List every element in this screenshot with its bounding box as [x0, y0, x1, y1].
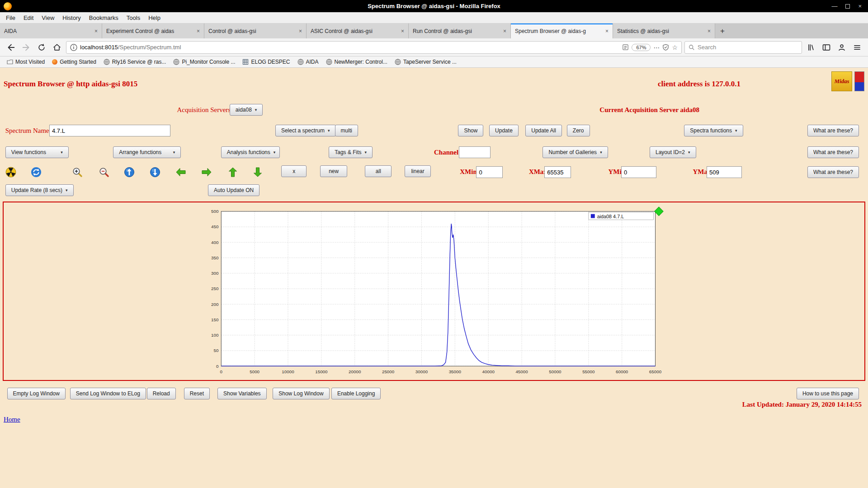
- reset-button[interactable]: Reset: [184, 388, 210, 399]
- view-functions-dropdown[interactable]: View functions ▾: [5, 146, 69, 158]
- compress-y-icon[interactable]: [149, 166, 160, 178]
- reload-button[interactable]: Reload: [147, 388, 176, 399]
- sidebar-toggle-icon[interactable]: [820, 41, 833, 54]
- tab-close-icon[interactable]: ×: [197, 28, 200, 34]
- menu-hamburger-icon[interactable]: [851, 41, 863, 54]
- tab-close-icon[interactable]: ×: [401, 28, 404, 34]
- menu-history[interactable]: History: [58, 13, 85, 23]
- what-are-these-button[interactable]: What are these?: [807, 166, 859, 178]
- pan-right-icon[interactable]: [201, 166, 212, 178]
- pan-left-icon[interactable]: [175, 166, 187, 178]
- empty-log-window-button[interactable]: Empty Log Window: [7, 388, 66, 399]
- tab-close-icon[interactable]: ×: [94, 28, 98, 34]
- xmin-input[interactable]: [476, 166, 503, 178]
- menu-file[interactable]: File: [2, 13, 19, 23]
- bookmark-star-icon[interactable]: ☆: [672, 44, 678, 51]
- svg-text:15000: 15000: [315, 369, 328, 374]
- menu-tools[interactable]: Tools: [123, 13, 144, 23]
- show-button[interactable]: Show: [458, 125, 483, 136]
- update-button[interactable]: Update: [489, 125, 519, 136]
- tab-close-icon[interactable]: ×: [605, 28, 609, 34]
- pan-up-icon[interactable]: [227, 166, 238, 178]
- update-rate-dropdown[interactable]: Update Rate (8 secs) ▾: [5, 184, 74, 196]
- menu-view[interactable]: View: [38, 13, 58, 23]
- tab-asic-control[interactable]: ASIC Control @ aidas-gsi ×: [307, 23, 409, 38]
- close-button[interactable]: ×: [858, 3, 862, 9]
- zero-button[interactable]: Zero: [567, 125, 590, 136]
- analysis-functions-dropdown[interactable]: Analysis functions ▾: [221, 146, 280, 158]
- bookmark-aida[interactable]: AIDA: [294, 58, 322, 66]
- tab-experiment-control[interactable]: Experiment Control @ aidas ×: [102, 23, 204, 38]
- auto-update-button[interactable]: Auto Update ON: [208, 184, 259, 196]
- how-to-use-button[interactable]: How to use this page: [797, 388, 859, 399]
- spectrum-chart[interactable]: 0500010000150002000025000300003500040000…: [202, 206, 666, 378]
- show-log-window-button[interactable]: Show Log Window: [273, 388, 329, 399]
- tags-fits-dropdown[interactable]: Tags & Fits ▾: [329, 146, 373, 158]
- home-link[interactable]: Home: [4, 416, 20, 423]
- menu-edit[interactable]: Edit: [19, 13, 38, 23]
- page-info-icon[interactable]: [70, 44, 77, 51]
- ymin-input[interactable]: [621, 166, 656, 178]
- what-are-these-button[interactable]: What are these?: [807, 125, 859, 136]
- reload-button[interactable]: [35, 41, 48, 54]
- tab-run-control[interactable]: Run Control @ aidas-gsi ×: [409, 23, 511, 38]
- tab-aida[interactable]: AIDA ×: [0, 23, 102, 38]
- new-tab-button[interactable]: +: [715, 23, 730, 38]
- url-bar[interactable]: localhost:8015/Spectrum/Spectrum.tml 67%…: [66, 41, 682, 54]
- page-actions-icon[interactable]: ⋯: [653, 44, 660, 51]
- forward-button[interactable]: [20, 41, 33, 54]
- menu-bookmarks[interactable]: Bookmarks: [85, 13, 123, 23]
- zoom-out-icon[interactable]: [99, 166, 110, 178]
- radiation-icon[interactable]: [5, 166, 17, 178]
- show-variables-button[interactable]: Show Variables: [217, 388, 267, 399]
- enable-logging-button[interactable]: Enable Logging: [331, 388, 381, 399]
- account-icon[interactable]: [835, 41, 848, 54]
- back-button[interactable]: [5, 41, 17, 54]
- tab-close-icon[interactable]: ×: [299, 28, 302, 34]
- bookmark-getting-started[interactable]: Getting Started: [49, 58, 99, 66]
- refresh-spectrum-icon[interactable]: [30, 166, 42, 178]
- all-button[interactable]: all: [365, 165, 392, 177]
- bookmark-pi-monitor[interactable]: Pi_Monitor Console ...: [170, 58, 238, 66]
- menu-help[interactable]: Help: [144, 13, 165, 23]
- layout-id-dropdown[interactable]: Layout ID=2 ▾: [650, 146, 696, 158]
- arrange-functions-dropdown[interactable]: Arrange functions ▾: [113, 146, 181, 158]
- new-button[interactable]: new: [320, 165, 347, 177]
- bookmark-rly16[interactable]: Rly16 Service @ ras...: [100, 58, 170, 66]
- tab-statistics[interactable]: Statistics @ aidas-gsi ×: [613, 23, 715, 38]
- protections-icon[interactable]: [662, 44, 669, 51]
- spectrum-name-input[interactable]: [49, 125, 170, 136]
- x-axis-button[interactable]: x: [281, 165, 307, 177]
- tab-spectrum-browser[interactable]: Spectrum Browser @ aidas-g ×: [511, 23, 613, 38]
- channel-input[interactable]: [459, 146, 491, 158]
- zoom-in-icon[interactable]: [72, 166, 83, 178]
- spectra-functions-dropdown[interactable]: Spectra functions ▾: [684, 125, 743, 136]
- svg-text:250: 250: [211, 286, 219, 291]
- tab-control[interactable]: Control @ aidas-gsi ×: [204, 23, 307, 38]
- send-log-to-elog-button[interactable]: Send Log Window to ELog: [70, 388, 146, 399]
- reader-view-icon[interactable]: [622, 44, 629, 51]
- tab-close-icon[interactable]: ×: [708, 28, 711, 34]
- what-are-these-button[interactable]: What are these?: [807, 146, 859, 158]
- multi-button[interactable]: multi: [335, 125, 358, 136]
- select-spectrum-dropdown[interactable]: Select a spectrum ▾: [275, 125, 336, 136]
- acquisition-server-select[interactable]: aida08 ▾: [230, 104, 263, 116]
- update-all-button[interactable]: Update All: [525, 125, 562, 136]
- maximize-button[interactable]: [845, 4, 850, 9]
- search-bar[interactable]: Search: [684, 41, 802, 54]
- number-of-galleries-dropdown[interactable]: Number of Galleries ▾: [542, 146, 608, 158]
- bookmark-tapeserver[interactable]: TapeServer Service ...: [392, 58, 460, 66]
- zoom-level-button[interactable]: 67%: [632, 44, 651, 51]
- tab-close-icon[interactable]: ×: [503, 28, 506, 34]
- ymax-input[interactable]: [707, 166, 742, 178]
- library-icon[interactable]: [805, 41, 817, 54]
- xmax-input[interactable]: [544, 166, 571, 178]
- expand-y-icon[interactable]: [123, 166, 135, 178]
- bookmark-newmerger[interactable]: NewMerger: Control...: [323, 58, 391, 66]
- linear-button[interactable]: linear: [405, 165, 431, 177]
- bookmark-elog-despec[interactable]: ELOG DESPEC: [239, 58, 293, 66]
- home-button[interactable]: [51, 41, 63, 54]
- minimize-button[interactable]: —: [831, 3, 837, 9]
- bookmark-most-visited[interactable]: Most Visited: [4, 58, 48, 66]
- pan-down-icon[interactable]: [252, 166, 263, 178]
